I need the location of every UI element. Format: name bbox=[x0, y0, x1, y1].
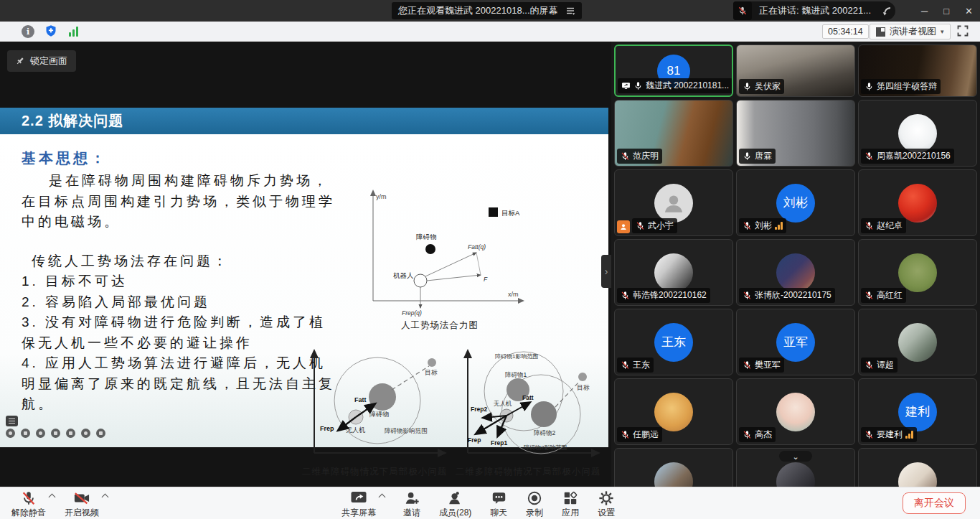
participant-tile[interactable]: ⌄ bbox=[858, 45, 977, 97]
fullscreen-icon[interactable] bbox=[957, 25, 969, 37]
slide-problems-title: 传统人工势场法存在问题： bbox=[32, 251, 337, 272]
pin-screen-button[interactable]: 锁定画面 bbox=[7, 50, 76, 72]
chat-button[interactable]: 聊天 bbox=[490, 487, 507, 519]
participant-tile[interactable]: ⌄ bbox=[858, 239, 977, 306]
participant-name: 张博欣-2002210175 bbox=[755, 289, 831, 301]
annotation-tool-icon[interactable] bbox=[81, 429, 90, 438]
pin-screen-label: 锁定画面 bbox=[30, 55, 67, 67]
participant-tile[interactable]: ⌄ bbox=[614, 378, 733, 445]
svg-text:Frep(q): Frep(q) bbox=[402, 309, 422, 317]
name-pill: 要建利 bbox=[861, 427, 917, 442]
svg-text:F: F bbox=[484, 276, 488, 283]
participant-name-bar: 武小宇 bbox=[617, 218, 677, 233]
figure-caption: 二维多障碍物情况下局部极小问题 bbox=[446, 466, 608, 478]
participant-tile[interactable]: ⌄ bbox=[614, 448, 733, 487]
members-button[interactable]: 成员(28) bbox=[439, 487, 471, 519]
collapse-pill-button[interactable] bbox=[878, 1, 895, 20]
participant-tile[interactable]: ⌄ bbox=[736, 378, 855, 445]
participant-tile[interactable]: 建利 ⌄ bbox=[858, 378, 977, 445]
participant-tile[interactable]: 王东 ⌄ bbox=[614, 309, 733, 375]
participant-tile[interactable]: ⌄ bbox=[736, 239, 855, 306]
avatar bbox=[776, 253, 815, 292]
participant-name-bar: 吴伏家 bbox=[739, 79, 784, 94]
single-obstacle-figure: 障碍物 无人机 Fatt Frep 目标 障碍物影响范围 bbox=[300, 347, 449, 462]
participant-name: 高红红 bbox=[877, 289, 903, 301]
participant-name: 王东 bbox=[633, 359, 650, 371]
avatar bbox=[898, 323, 937, 362]
participant-tile[interactable]: ⌄ bbox=[858, 169, 977, 236]
mic-icon bbox=[743, 291, 752, 300]
participant-tile[interactable]: 81 ⌄ bbox=[614, 45, 733, 97]
participant-name-bar: 高杰 bbox=[739, 427, 776, 442]
pushpin-icon bbox=[16, 57, 24, 66]
slide-body: 基本思想： 是在障碍物周围构建障碍物斥力势场，在目标点周围构建引力势场，类似于物… bbox=[0, 134, 608, 447]
panel-collapse-handle[interactable]: › bbox=[601, 255, 611, 288]
invite-person-icon bbox=[404, 490, 420, 506]
mic-icon bbox=[621, 291, 630, 300]
menu-lines-icon[interactable] bbox=[565, 6, 575, 16]
participants-panel: 81 ⌄ bbox=[611, 42, 980, 487]
slide-title-banner: 2.2 拟解决问题 bbox=[0, 108, 608, 134]
collapse-tile-button[interactable]: ⌄ bbox=[779, 451, 812, 462]
network-signal-icon[interactable] bbox=[69, 27, 78, 37]
figure-caption: 二维单障碍物情况下局部极小问题 bbox=[289, 466, 460, 478]
participant-tile[interactable]: ⌄ bbox=[858, 448, 977, 487]
participant-name: 樊亚军 bbox=[755, 359, 781, 371]
video-options-caret[interactable] bbox=[102, 494, 109, 501]
meeting-info-icon[interactable]: i bbox=[22, 25, 34, 38]
annotation-menu-icon[interactable] bbox=[6, 416, 18, 426]
participant-name: 第四组学硕答辩 bbox=[877, 80, 937, 93]
mic-options-caret[interactable] bbox=[49, 494, 56, 501]
record-button[interactable]: 录制 bbox=[526, 487, 543, 519]
minimize-button[interactable]: ─ bbox=[921, 6, 928, 17]
annotation-tool-icon[interactable] bbox=[51, 429, 60, 438]
participant-tile[interactable]: ⌄ bbox=[858, 100, 977, 167]
security-shield-icon[interactable] bbox=[44, 24, 57, 38]
participant-name-bar: 赵纪卓 bbox=[861, 218, 906, 233]
close-button[interactable]: ✕ bbox=[965, 6, 973, 17]
svg-text:目标A: 目标A bbox=[501, 209, 520, 217]
view-mode-button[interactable]: 演讲者视图 ▾ bbox=[870, 24, 951, 39]
unmute-button[interactable]: 解除静音 bbox=[11, 487, 46, 519]
annotation-tool-icon[interactable] bbox=[36, 429, 45, 438]
name-pill: 高杰 bbox=[739, 427, 776, 442]
invite-button[interactable]: 邀请 bbox=[403, 487, 420, 519]
name-pill: 赵纪卓 bbox=[861, 218, 906, 233]
share-options-caret[interactable] bbox=[379, 494, 386, 501]
participant-tile[interactable]: 刘彬 ⌄ bbox=[736, 169, 855, 236]
annotation-tool-icon[interactable] bbox=[21, 429, 30, 438]
apps-button[interactable]: 应用 bbox=[562, 487, 579, 519]
participant-tile[interactable]: ⌄ bbox=[614, 169, 733, 236]
participant-tile[interactable]: ⌄ bbox=[736, 45, 855, 97]
name-pill: 吴伏家 bbox=[739, 79, 784, 94]
participant-tile[interactable]: ⌄ bbox=[614, 239, 733, 306]
participant-name-bar: 要建利 bbox=[861, 427, 917, 442]
share-screen-button[interactable]: 共享屏幕 bbox=[341, 487, 376, 519]
annotation-tool-icon[interactable] bbox=[96, 429, 105, 438]
annotation-tool-icon[interactable] bbox=[6, 429, 15, 438]
svg-text:y/m: y/m bbox=[376, 193, 387, 200]
participant-tile[interactable]: ⌄ bbox=[736, 448, 855, 487]
participant-tile[interactable]: ⌄ bbox=[736, 100, 855, 167]
watching-screen-pill[interactable]: 您正在观看魏进武 200221018...的屏幕 bbox=[392, 2, 582, 19]
avatar-initials: 建利 bbox=[905, 403, 930, 420]
maximize-button[interactable]: □ bbox=[943, 6, 949, 17]
participant-tile[interactable]: ⌄ bbox=[858, 309, 977, 375]
settings-button[interactable]: 设置 bbox=[598, 487, 615, 519]
mic-icon bbox=[743, 221, 752, 230]
annotation-tool-icon[interactable] bbox=[66, 429, 75, 438]
window-controls: ─ □ ✕ bbox=[921, 0, 973, 22]
participant-tile[interactable]: ⌄ bbox=[614, 100, 733, 167]
signal-bars-icon bbox=[775, 222, 783, 230]
mic-icon bbox=[864, 360, 874, 370]
name-pill: 韩浩锋2002210162 bbox=[617, 288, 710, 303]
speaking-label: 正在讲话: 魏进武 200221... bbox=[752, 4, 878, 17]
start-video-button[interactable]: 开启视频 bbox=[65, 487, 99, 519]
avatar bbox=[654, 184, 693, 223]
name-pill: 魏进武 2002210181... bbox=[618, 78, 732, 93]
name-pill: 张博欣-2002210175 bbox=[739, 288, 835, 303]
svg-text:障碍物1: 障碍物1 bbox=[505, 371, 527, 378]
speaking-pill[interactable]: 正在讲话: 魏进武 200221... bbox=[733, 1, 895, 20]
participant-tile[interactable]: 亚军 ⌄ bbox=[736, 309, 855, 375]
leave-meeting-button[interactable]: 离开会议 bbox=[903, 492, 966, 514]
